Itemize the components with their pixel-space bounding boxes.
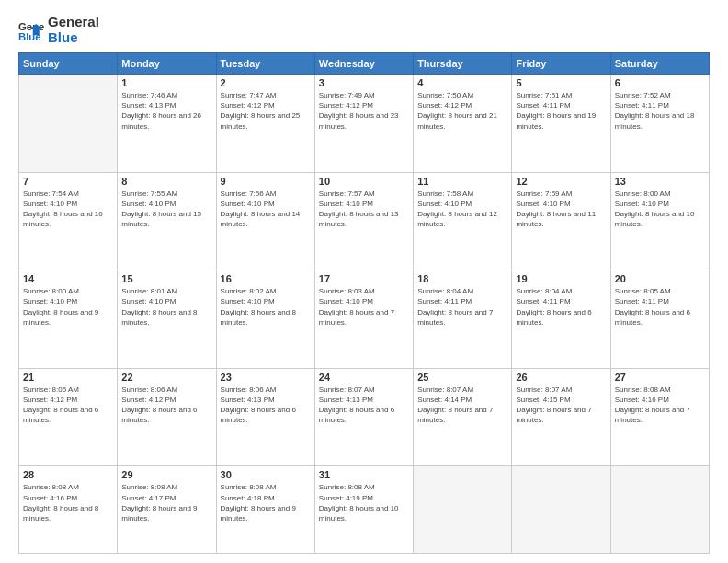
calendar-cell: 11Sunrise: 7:58 AMSunset: 4:10 PMDayligh…: [414, 172, 512, 270]
calendar-cell: 18Sunrise: 8:04 AMSunset: 4:11 PMDayligh…: [414, 270, 512, 369]
day-info: Sunrise: 8:05 AMSunset: 4:11 PMDaylight:…: [615, 286, 705, 327]
day-number: 27: [615, 372, 705, 383]
day-number: 13: [615, 176, 705, 187]
day-number: 2: [221, 77, 311, 88]
generalblue-icon: General Blue: [18, 17, 44, 43]
day-number: 25: [417, 372, 507, 383]
day-info: Sunrise: 8:04 AMSunset: 4:11 PMDaylight:…: [516, 286, 606, 327]
calendar-cell: 20Sunrise: 8:05 AMSunset: 4:11 PMDayligh…: [610, 270, 709, 369]
calendar-cell: 24Sunrise: 8:07 AMSunset: 4:13 PMDayligh…: [314, 368, 413, 466]
calendar-cell: [414, 466, 512, 554]
day-info: Sunrise: 8:05 AMSunset: 4:12 PMDaylight:…: [23, 385, 113, 426]
day-info: Sunrise: 7:54 AMSunset: 4:10 PMDaylight:…: [23, 189, 113, 230]
weekday-tuesday: Tuesday: [216, 53, 314, 75]
day-info: Sunrise: 7:51 AMSunset: 4:11 PMDaylight:…: [516, 90, 606, 132]
weekday-monday: Monday: [118, 53, 216, 75]
calendar-table: SundayMondayTuesdayWednesdayThursdayFrid…: [18, 52, 710, 554]
day-number: 5: [516, 77, 606, 88]
weekday-saturday: Saturday: [610, 53, 709, 75]
calendar-cell: 10Sunrise: 7:57 AMSunset: 4:10 PMDayligh…: [314, 172, 413, 270]
day-info: Sunrise: 8:04 AMSunset: 4:11 PMDaylight:…: [417, 286, 507, 327]
day-info: Sunrise: 7:57 AMSunset: 4:10 PMDaylight:…: [319, 189, 409, 230]
day-info: Sunrise: 7:55 AMSunset: 4:10 PMDaylight:…: [121, 189, 211, 230]
logo-text: General Blue: [48, 15, 99, 45]
weekday-header-row: SundayMondayTuesdayWednesdayThursdayFrid…: [19, 53, 710, 75]
calendar-cell: 17Sunrise: 8:03 AMSunset: 4:10 PMDayligh…: [314, 270, 413, 369]
calendar-cell: 12Sunrise: 7:59 AMSunset: 4:10 PMDayligh…: [512, 172, 610, 270]
header: General Blue General Blue: [18, 15, 710, 45]
day-info: Sunrise: 8:07 AMSunset: 4:14 PMDaylight:…: [417, 385, 507, 426]
calendar-cell: 8Sunrise: 7:55 AMSunset: 4:10 PMDaylight…: [118, 172, 216, 270]
calendar-cell: 25Sunrise: 8:07 AMSunset: 4:14 PMDayligh…: [414, 368, 512, 466]
day-number: 11: [417, 176, 507, 187]
day-info: Sunrise: 7:47 AMSunset: 4:12 PMDaylight:…: [221, 90, 311, 132]
calendar-cell: 3Sunrise: 7:49 AMSunset: 4:12 PMDaylight…: [314, 75, 413, 173]
weekday-thursday: Thursday: [414, 53, 512, 75]
week-row-5: 28Sunrise: 8:08 AMSunset: 4:16 PMDayligh…: [19, 466, 710, 554]
day-number: 19: [516, 273, 606, 284]
day-info: Sunrise: 7:52 AMSunset: 4:11 PMDaylight:…: [615, 90, 705, 132]
day-number: 26: [516, 372, 606, 383]
day-info: Sunrise: 7:59 AMSunset: 4:10 PMDaylight:…: [516, 189, 606, 230]
day-number: 12: [516, 176, 606, 187]
day-number: 14: [23, 273, 113, 284]
calendar-cell: 7Sunrise: 7:54 AMSunset: 4:10 PMDaylight…: [19, 172, 118, 270]
calendar-cell: 26Sunrise: 8:07 AMSunset: 4:15 PMDayligh…: [512, 368, 610, 466]
day-number: 9: [221, 176, 311, 187]
day-info: Sunrise: 8:08 AMSunset: 4:16 PMDaylight:…: [615, 385, 705, 426]
day-number: 23: [221, 372, 311, 383]
day-number: 1: [121, 77, 211, 88]
day-info: Sunrise: 8:07 AMSunset: 4:13 PMDaylight:…: [319, 385, 409, 426]
calendar-cell: 1Sunrise: 7:46 AMSunset: 4:13 PMDaylight…: [118, 75, 216, 173]
week-row-4: 21Sunrise: 8:05 AMSunset: 4:12 PMDayligh…: [19, 368, 710, 466]
calendar-cell: 22Sunrise: 8:06 AMSunset: 4:12 PMDayligh…: [118, 368, 216, 466]
day-info: Sunrise: 7:56 AMSunset: 4:10 PMDaylight:…: [221, 189, 311, 230]
day-info: Sunrise: 8:08 AMSunset: 4:18 PMDaylight:…: [221, 482, 311, 523]
day-info: Sunrise: 7:49 AMSunset: 4:12 PMDaylight:…: [319, 90, 409, 132]
week-row-3: 14Sunrise: 8:00 AMSunset: 4:10 PMDayligh…: [19, 270, 710, 369]
day-number: 6: [615, 77, 705, 88]
day-number: 22: [121, 372, 211, 383]
day-number: 7: [23, 176, 113, 187]
day-info: Sunrise: 8:08 AMSunset: 4:16 PMDaylight:…: [23, 482, 113, 523]
day-info: Sunrise: 8:06 AMSunset: 4:12 PMDaylight:…: [121, 385, 211, 426]
day-info: Sunrise: 7:50 AMSunset: 4:12 PMDaylight:…: [417, 90, 507, 132]
calendar-cell: 28Sunrise: 8:08 AMSunset: 4:16 PMDayligh…: [19, 466, 118, 554]
calendar-cell: 9Sunrise: 7:56 AMSunset: 4:10 PMDaylight…: [216, 172, 314, 270]
calendar-cell: 15Sunrise: 8:01 AMSunset: 4:10 PMDayligh…: [118, 270, 216, 369]
day-info: Sunrise: 8:03 AMSunset: 4:10 PMDaylight:…: [319, 286, 409, 327]
calendar-cell: 14Sunrise: 8:00 AMSunset: 4:10 PMDayligh…: [19, 270, 118, 369]
calendar-cell: 16Sunrise: 8:02 AMSunset: 4:10 PMDayligh…: [216, 270, 314, 369]
day-info: Sunrise: 8:02 AMSunset: 4:10 PMDaylight:…: [221, 286, 311, 327]
calendar-cell: 2Sunrise: 7:47 AMSunset: 4:12 PMDaylight…: [216, 75, 314, 173]
day-number: 15: [121, 273, 211, 284]
week-row-2: 7Sunrise: 7:54 AMSunset: 4:10 PMDaylight…: [19, 172, 710, 270]
day-number: 17: [319, 273, 409, 284]
day-number: 18: [417, 273, 507, 284]
calendar-cell: 29Sunrise: 8:08 AMSunset: 4:17 PMDayligh…: [118, 466, 216, 554]
day-number: 16: [221, 273, 311, 284]
calendar-cell: 21Sunrise: 8:05 AMSunset: 4:12 PMDayligh…: [19, 368, 118, 466]
weekday-friday: Friday: [512, 53, 610, 75]
day-info: Sunrise: 7:58 AMSunset: 4:10 PMDaylight:…: [417, 189, 507, 230]
calendar-cell: 6Sunrise: 7:52 AMSunset: 4:11 PMDaylight…: [610, 75, 709, 173]
day-number: 28: [23, 469, 113, 480]
page: General Blue General Blue SundayMondayTu…: [0, 0, 728, 563]
calendar-cell: 4Sunrise: 7:50 AMSunset: 4:12 PMDaylight…: [414, 75, 512, 173]
calendar-cell: 23Sunrise: 8:06 AMSunset: 4:13 PMDayligh…: [216, 368, 314, 466]
day-info: Sunrise: 8:06 AMSunset: 4:13 PMDaylight:…: [221, 385, 311, 426]
day-info: Sunrise: 8:08 AMSunset: 4:17 PMDaylight:…: [121, 482, 211, 523]
day-number: 21: [23, 372, 113, 383]
calendar-cell: [19, 75, 118, 173]
day-info: Sunrise: 8:07 AMSunset: 4:15 PMDaylight:…: [516, 385, 606, 426]
day-number: 8: [121, 176, 211, 187]
calendar-cell: 31Sunrise: 8:08 AMSunset: 4:19 PMDayligh…: [314, 466, 413, 554]
week-row-1: 1Sunrise: 7:46 AMSunset: 4:13 PMDaylight…: [19, 75, 710, 173]
day-info: Sunrise: 8:01 AMSunset: 4:10 PMDaylight:…: [121, 286, 211, 327]
day-number: 3: [319, 77, 409, 88]
calendar-cell: 13Sunrise: 8:00 AMSunset: 4:10 PMDayligh…: [610, 172, 709, 270]
day-number: 24: [319, 372, 409, 383]
calendar-cell: 5Sunrise: 7:51 AMSunset: 4:11 PMDaylight…: [512, 75, 610, 173]
weekday-wednesday: Wednesday: [314, 53, 413, 75]
calendar-cell: [512, 466, 610, 554]
